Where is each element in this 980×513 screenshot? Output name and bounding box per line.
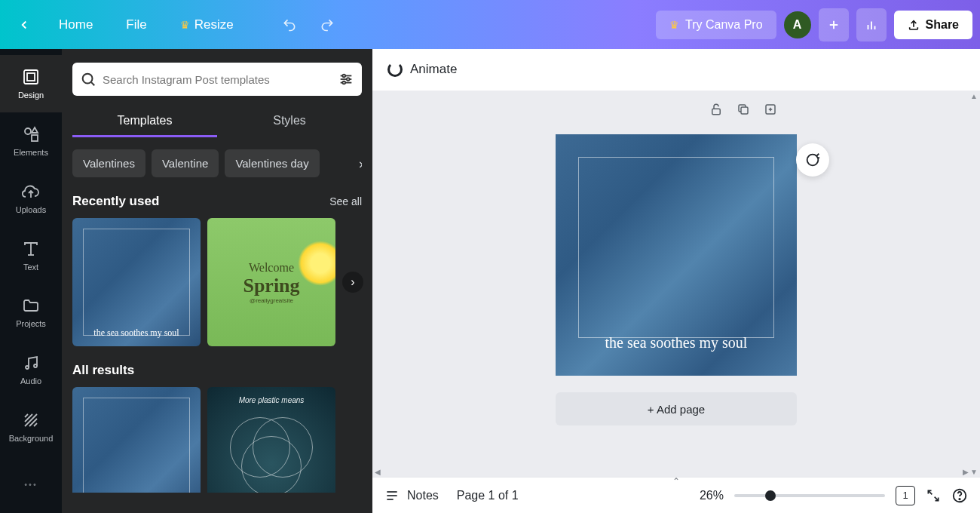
scroll-right-icon[interactable]: ▶ bbox=[960, 468, 971, 476]
chips-next-button[interactable]: › bbox=[359, 155, 362, 171]
redo-button[interactable] bbox=[312, 10, 342, 40]
template-thumb[interactable]: More plastic means bbox=[207, 387, 335, 493]
canvas-area: Animate the sea soothes my soul bbox=[372, 49, 980, 513]
add-button[interactable] bbox=[819, 8, 849, 41]
svg-line-18 bbox=[25, 414, 28, 417]
ai-fab-button[interactable] bbox=[796, 143, 829, 177]
thumb-caption: the sea soothes my soul bbox=[72, 327, 201, 339]
back-button[interactable] bbox=[8, 8, 41, 41]
rail-label: Projects bbox=[16, 319, 46, 328]
try-pro-button[interactable]: ♛ Try Canva Pro bbox=[656, 11, 776, 39]
thumb-text: Spring bbox=[243, 275, 299, 297]
svg-rect-6 bbox=[24, 70, 38, 84]
nav-right: ♛ Try Canva Pro A Share bbox=[656, 8, 972, 41]
undo-icon bbox=[282, 17, 297, 32]
rail-design[interactable]: Design bbox=[0, 55, 62, 112]
avatar[interactable]: A bbox=[784, 11, 811, 38]
thumbs-next-button[interactable]: › bbox=[342, 272, 363, 293]
svg-rect-29 bbox=[712, 109, 721, 115]
svg-line-22 bbox=[91, 82, 94, 85]
scroll-up-icon[interactable]: ▲ bbox=[969, 91, 978, 101]
svg-point-26 bbox=[342, 75, 345, 78]
fullscreen-button[interactable] bbox=[926, 488, 941, 503]
svg-rect-7 bbox=[27, 73, 35, 81]
thumb-text: Welcome bbox=[249, 261, 294, 275]
resize-label: Resize bbox=[194, 17, 234, 32]
svg-marker-10 bbox=[32, 127, 38, 133]
cloud-upload-icon bbox=[22, 183, 40, 201]
template-thumb[interactable]: Welcome Spring @reallygreatsite bbox=[207, 218, 335, 346]
svg-rect-9 bbox=[32, 135, 38, 141]
vertical-scrollbar[interactable]: ▲ ▼ bbox=[969, 91, 978, 477]
page-plus-icon bbox=[764, 103, 777, 116]
rail-elements[interactable]: Elements bbox=[0, 112, 62, 170]
svg-point-27 bbox=[347, 78, 350, 81]
file-menu[interactable]: File bbox=[111, 17, 161, 32]
stage[interactable]: the sea soothes my soul + Add page ▲ ▼ ◀… bbox=[372, 91, 980, 477]
page-grid-button[interactable]: 1 bbox=[896, 486, 915, 505]
resize-button[interactable]: ♛ Resize bbox=[165, 17, 249, 32]
footer-bar: ⌃ Notes Page 1 of 1 26% 1 bbox=[372, 477, 980, 513]
insights-button[interactable] bbox=[856, 8, 887, 41]
rail-more[interactable]: ••• bbox=[0, 456, 62, 513]
template-thumb[interactable]: the sea soothes my soul bbox=[72, 218, 201, 346]
tab-styles[interactable]: Styles bbox=[217, 106, 362, 137]
rail-text[interactable]: Text bbox=[0, 227, 62, 284]
rail-uploads[interactable]: Uploads bbox=[0, 170, 62, 227]
nav-left: Home File ♛ Resize bbox=[8, 8, 342, 41]
rail-label: Uploads bbox=[16, 205, 46, 214]
page-indicator[interactable]: Page 1 of 1 bbox=[457, 489, 519, 502]
canvas-page[interactable]: the sea soothes my soul bbox=[556, 134, 797, 376]
svg-line-35 bbox=[817, 154, 819, 156]
zoom-slider[interactable] bbox=[734, 494, 885, 497]
help-button[interactable] bbox=[951, 487, 968, 504]
copy-icon bbox=[737, 103, 750, 116]
background-icon bbox=[22, 411, 40, 429]
undo-button[interactable] bbox=[274, 10, 305, 40]
chip[interactable]: Valentine bbox=[152, 149, 219, 177]
upload-icon bbox=[908, 19, 920, 31]
svg-rect-30 bbox=[741, 107, 748, 114]
see-all-link[interactable]: See all bbox=[329, 195, 362, 207]
expand-pages-button[interactable]: ⌃ bbox=[672, 476, 680, 487]
notes-button[interactable]: Notes bbox=[384, 488, 439, 503]
rail-audio[interactable]: Audio bbox=[0, 341, 62, 398]
sparkle-icon bbox=[804, 152, 821, 168]
chip[interactable]: Valentines bbox=[72, 149, 145, 177]
search-input[interactable] bbox=[103, 73, 332, 86]
add-page-button[interactable]: + Add page bbox=[556, 392, 797, 425]
horizontal-scrollbar[interactable]: ◀ ▶ bbox=[372, 466, 971, 477]
section-recently-used: Recently used See all bbox=[72, 194, 362, 209]
zoom-value[interactable]: 26% bbox=[700, 489, 724, 502]
template-thumb[interactable]: the sea soothes my soul bbox=[72, 387, 201, 493]
share-button[interactable]: Share bbox=[894, 11, 972, 39]
thumb-text: More plastic means bbox=[207, 396, 335, 404]
all-results-thumbs: the sea soothes my soul More plastic mea… bbox=[72, 387, 362, 493]
zoom-group: 26% 1 bbox=[700, 486, 968, 505]
zoom-knob[interactable] bbox=[765, 490, 776, 501]
home-link[interactable]: Home bbox=[44, 17, 108, 32]
suggestion-chips: Valentines Valentine Valentines day › bbox=[72, 149, 362, 177]
elements-icon bbox=[22, 125, 40, 143]
page-text[interactable]: the sea soothes my soul bbox=[556, 334, 797, 352]
lock-button[interactable] bbox=[709, 103, 723, 116]
scroll-left-icon[interactable]: ◀ bbox=[372, 468, 383, 476]
redo-icon bbox=[320, 17, 335, 32]
rail-background[interactable]: Background bbox=[0, 398, 62, 456]
section-all-results: All results bbox=[72, 363, 362, 378]
folder-icon bbox=[22, 296, 40, 315]
bar-chart-icon bbox=[865, 18, 878, 32]
svg-point-14 bbox=[26, 366, 29, 369]
fullscreen-icon bbox=[926, 488, 941, 503]
new-page-button[interactable] bbox=[764, 103, 777, 116]
filter-icon[interactable] bbox=[338, 71, 354, 88]
chip[interactable]: Valentines day bbox=[225, 149, 319, 177]
tab-templates[interactable]: Templates bbox=[72, 106, 217, 137]
svg-point-21 bbox=[83, 74, 93, 84]
rail-projects[interactable]: Projects bbox=[0, 284, 62, 342]
animate-button[interactable]: Animate bbox=[387, 62, 457, 77]
duplicate-button[interactable] bbox=[737, 103, 750, 116]
svg-line-20 bbox=[34, 423, 37, 426]
share-label: Share bbox=[926, 18, 959, 32]
svg-point-28 bbox=[342, 81, 345, 84]
